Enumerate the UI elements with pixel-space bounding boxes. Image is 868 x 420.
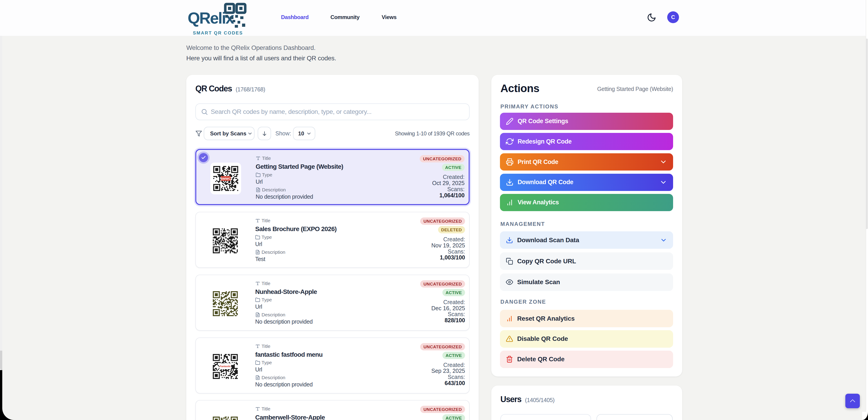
svg-text:SMART QR CODES: SMART QR CODES xyxy=(193,30,243,35)
svg-text:Fantastic: Fantastic xyxy=(220,365,231,368)
svg-text:BMWC: BMWC xyxy=(220,177,231,181)
